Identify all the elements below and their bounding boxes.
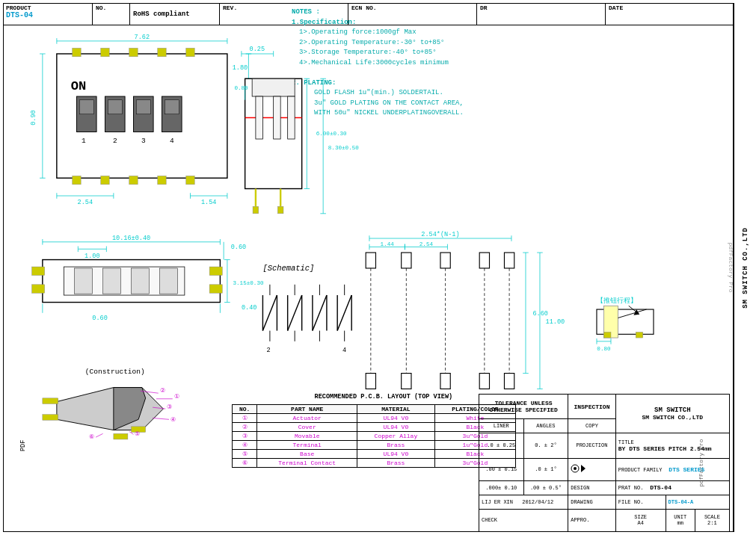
parts-table-header-row: NO. PART NAME MATERIAL PLATING/COLOR	[233, 405, 516, 414]
part-no-4: ④	[233, 441, 257, 450]
table-row: ⑥ Terminal Contact Brass 3u"Gold	[233, 459, 516, 468]
design-cell: DESIGN	[568, 480, 616, 495]
svg-line-104	[313, 295, 327, 331]
tol-angle-1: 0. ± 2°	[523, 433, 568, 458]
svg-rect-20	[101, 176, 109, 184]
svg-rect-85	[160, 268, 178, 294]
svg-text:2: 2	[113, 137, 117, 145]
size-cell: SIZE A4	[615, 509, 666, 531]
part-material-2: UL94 V0	[357, 423, 435, 432]
part-name-5: Base	[257, 450, 357, 459]
svg-text:①: ①	[174, 394, 179, 400]
svg-text:RECOMMENDED P.C.B. LAYOUT (TOP: RECOMMENDED P.C.B. LAYOUT (TOP VIEW)	[315, 393, 453, 401]
parts-table-container: NO. PART NAME MATERIAL PLATING/COLOR ① A…	[232, 404, 516, 468]
svg-rect-23	[186, 176, 194, 184]
info-block: TOLERANCE UNLESSOTHERWISE SPECIFIED INSP…	[479, 394, 730, 532]
part-name-4: Terminal	[257, 441, 357, 450]
svg-rect-170	[43, 398, 58, 404]
svg-rect-171	[43, 415, 58, 421]
svg-text:【推钮行程】: 【推钮行程】	[597, 297, 637, 305]
svg-rect-83	[103, 268, 121, 294]
svg-text:1.44: 1.44	[381, 241, 395, 247]
svg-rect-143	[402, 374, 411, 389]
tol-angle-3: .00 ± 0.5°	[523, 480, 568, 495]
svg-text:⑤: ⑤	[135, 431, 140, 437]
svg-rect-173	[114, 433, 128, 439]
appro-label: APPRO.	[568, 509, 616, 531]
copy-label: COPY	[568, 419, 616, 433]
drawing-label: DRAWING	[568, 495, 616, 509]
svg-text:1: 1	[82, 137, 86, 145]
fileno-value: DTS-04-A	[666, 495, 729, 509]
tol-liner-3: .000± 0.10	[479, 480, 524, 495]
table-row: ④ Terminal Brass 1u"Gold	[233, 441, 516, 450]
design-name-cell: LIJ ER XIN 2012/04/12	[479, 495, 568, 509]
svg-line-98	[262, 295, 277, 331]
projection-label: PROJECTION	[568, 433, 616, 458]
tolerance-title: TOLERANCE UNLESSOTHERWISE SPECIFIED	[479, 395, 568, 419]
unit-cell: UNIT mm	[666, 509, 695, 531]
svg-rect-144	[440, 374, 450, 389]
design-label: DESIGN	[571, 485, 589, 491]
svg-text:1.80: 1.80	[233, 64, 248, 72]
svg-line-101	[288, 295, 302, 331]
info-row-1: TOLERANCE UNLESSOTHERWISE SPECIFIED INSP…	[479, 395, 730, 419]
svg-rect-18	[186, 48, 194, 56]
part-name-6: Terminal Contact	[257, 459, 357, 468]
sm-switch-header: SM SWITCH SM SWITCH CO.,LTD	[615, 395, 729, 433]
tol-angle-2: .0 ± 1°	[523, 458, 568, 480]
parts-table-body: ① Actuator UL94 V0 White ② Cover UL94 V0…	[233, 414, 516, 468]
title-label: TITLE	[618, 439, 634, 445]
product-family-cell: PRODUCT FAMILY DTS SERIES	[615, 458, 729, 480]
info-row-3: .0 ± 0.25 0. ± 2° PROJECTION TITLE BY DT…	[479, 433, 730, 458]
col-no: NO.	[233, 405, 257, 414]
svg-text:⑥: ⑥	[89, 434, 94, 440]
svg-rect-22	[158, 176, 166, 184]
svg-rect-17	[158, 48, 166, 56]
svg-text:2: 2	[266, 347, 270, 354]
part-name-2: Cover	[257, 423, 357, 432]
svg-text:11.00: 11.00	[546, 318, 565, 326]
pratno-cell: PRAT NO. DTS-04	[615, 480, 729, 495]
svg-text:PDF: PDF	[19, 440, 27, 451]
svg-text:4: 4	[170, 137, 174, 145]
svg-text:0.90: 0.90	[30, 110, 37, 126]
col-material: MATERIAL	[357, 405, 435, 414]
svg-rect-79	[209, 267, 222, 275]
part-no-3: ③	[233, 432, 257, 441]
svg-rect-3	[79, 100, 93, 114]
svg-rect-145	[479, 374, 489, 389]
svg-marker-168	[57, 388, 164, 430]
svg-text:(Construction): (Construction)	[85, 368, 145, 376]
svg-rect-77	[32, 267, 45, 275]
pdf-factory-label: pdfFactory Pro	[728, 242, 734, 292]
product-family-value: DTS SERIES	[669, 466, 704, 473]
svg-rect-9	[165, 100, 179, 114]
svg-line-183	[153, 418, 169, 419]
scale-value: 2:1	[698, 520, 727, 526]
size-value: A4	[618, 520, 663, 526]
svg-rect-146	[504, 374, 514, 389]
table-row: ② Cover UL94 V0 Black	[233, 423, 516, 432]
svg-text:1.54: 1.54	[201, 199, 217, 206]
svg-rect-133	[402, 253, 411, 268]
svg-line-107	[337, 295, 351, 331]
fileno-label: FILE NO.	[615, 495, 666, 509]
sm-switch-name: SM SWITCH	[618, 406, 728, 414]
no-cell: NO.	[93, 3, 130, 25]
part-material-6: Brass	[357, 459, 435, 468]
liner-label: LINER	[479, 419, 524, 433]
part-material-4: Brass	[357, 441, 435, 450]
svg-rect-132	[366, 253, 375, 268]
notes-title: NOTES :	[292, 7, 730, 18]
product-value: DTS-04	[6, 11, 89, 19]
table-row: ③ Movable Copper Allay 3u"Gold	[233, 432, 516, 441]
svg-line-185	[96, 433, 103, 437]
svg-rect-136	[504, 253, 514, 268]
svg-marker-190	[581, 465, 586, 472]
scale-cell: SCALE 2:1	[695, 509, 729, 531]
product-label: PRODUCT	[6, 4, 89, 11]
svg-text:8.30±0.50: 8.30±0.50	[328, 145, 359, 151]
svg-text:4: 4	[342, 347, 346, 354]
right-side-label: SM SWITCH CO.,LTD	[734, 3, 756, 532]
